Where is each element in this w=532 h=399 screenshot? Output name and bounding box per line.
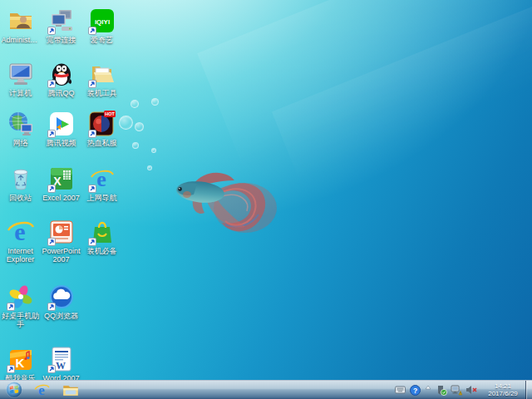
- light-ray: [197, 0, 532, 169]
- desktop-icon-broadband[interactable]: 宽带连接: [41, 7, 81, 60]
- shortcut-arrow-icon: [88, 27, 96, 35]
- desktop-icons-grid: Administrator 宽带连接: [0, 7, 122, 398]
- help-icon: ?: [410, 385, 421, 396]
- shortcut-arrow-icon: [88, 80, 96, 88]
- svg-text:K: K: [15, 356, 24, 370]
- icon-label: Excel 2007: [42, 194, 80, 202]
- clock-time: 14:21: [483, 382, 523, 390]
- desktop-icon-qq-browser[interactable]: QQ浏览器: [41, 283, 81, 345]
- desktop-icon-install-tools[interactable]: 装机工具: [81, 60, 122, 110]
- shortcut-arrow-icon: [7, 303, 15, 311]
- qq-penguin-icon: [47, 60, 76, 88]
- svg-text:iQIYI: iQIYI: [94, 18, 109, 26]
- chevron-up-icon: [425, 385, 431, 390]
- tray-input-indicator[interactable]: [394, 384, 406, 396]
- kuwo-music-icon: K: [7, 345, 35, 373]
- icon-label: 上网导航: [87, 194, 117, 202]
- tray-help[interactable]: ?: [409, 384, 421, 396]
- icon-label: 装机工具: [87, 89, 117, 97]
- windows-logo-icon: [6, 382, 22, 398]
- tray-show-hidden[interactable]: [424, 382, 432, 393]
- light-ray: [272, 0, 532, 181]
- browser-e-icon: e: [88, 165, 116, 193]
- iqiyi-icon: iQIYI: [88, 7, 116, 35]
- keyboard-icon: [395, 386, 406, 394]
- shortcut-arrow-icon: [47, 80, 56, 88]
- recycle-bin-icon: [7, 165, 35, 193]
- network-warning-icon: [451, 385, 462, 396]
- desktop-icon-iqiyi[interactable]: iQIYI 爱奇艺: [81, 7, 122, 60]
- desktop-icon-tencent-video[interactable]: 腾讯视频: [41, 110, 81, 165]
- desktop-icon-powerpoint[interactable]: PowerPoint 2007: [41, 218, 81, 283]
- icon-label: 计算机: [9, 89, 32, 97]
- bubble: [151, 98, 159, 106]
- bubble: [135, 122, 144, 131]
- shortcut-arrow-icon: [47, 303, 56, 311]
- open-folder-icon: [88, 60, 116, 88]
- desktop-icon-internet-explorer[interactable]: e Internet Explorer: [0, 218, 41, 283]
- icon-label: 宽带连接: [47, 36, 76, 44]
- tencent-video-icon: [47, 110, 76, 138]
- volume-muted-icon: [466, 385, 477, 395]
- show-desktop-button[interactable]: [525, 381, 532, 399]
- desktop-icon-network[interactable]: 网络: [0, 110, 41, 165]
- security-check-icon: [436, 385, 447, 396]
- desktop-icon-administrator[interactable]: Administrator: [0, 7, 41, 60]
- desktop-icon-computer[interactable]: 计算机: [0, 60, 41, 110]
- icon-label: 装机必备: [87, 247, 117, 255]
- tray-security[interactable]: [436, 384, 447, 396]
- shortcut-arrow-icon: [47, 27, 56, 35]
- icon-label: QQ浏览器: [44, 312, 78, 320]
- desktop-icon-recycle-bin[interactable]: 回收站: [0, 165, 41, 218]
- folder-icon: [62, 383, 79, 397]
- icon-label: 热血私服: [87, 139, 117, 147]
- shortcut-arrow-icon: [88, 238, 96, 246]
- internet-explorer-icon: e: [34, 382, 50, 398]
- computer-monitor-icon: [7, 60, 35, 88]
- word-icon: W: [47, 345, 76, 373]
- desktop-wallpaper: Administrator 宽带连接: [0, 0, 532, 399]
- shortcut-arrow-icon: [47, 185, 56, 193]
- taskbar-explorer-button[interactable]: [60, 382, 81, 399]
- bubble: [151, 148, 156, 153]
- icon-label: 回收站: [9, 194, 32, 202]
- icon-label: Internet Explorer: [0, 247, 41, 264]
- desktop-icon-web-nav[interactable]: e 上网导航: [81, 165, 122, 218]
- bubble: [132, 142, 139, 149]
- qq-browser-icon: [47, 283, 76, 311]
- betta-fish-image: [169, 158, 281, 245]
- system-tray: ?: [392, 381, 532, 399]
- pinwheel-icon: [7, 283, 35, 311]
- bubble: [147, 165, 152, 170]
- tray-clock[interactable]: 14:21 2017/6/29: [483, 382, 523, 397]
- shortcut-arrow-icon: [7, 365, 15, 373]
- start-button[interactable]: [5, 381, 23, 399]
- network-computers-icon: [47, 7, 76, 35]
- shortcut-arrow-icon: [47, 365, 56, 373]
- desktop-icon-game[interactable]: HOT 热血私服: [81, 110, 122, 165]
- tray-network[interactable]: [451, 384, 462, 396]
- svg-text:W: W: [56, 360, 66, 372]
- shopping-bag-icon: [88, 218, 116, 246]
- user-folder-icon: [7, 7, 35, 35]
- icon-label: 网络: [13, 139, 28, 147]
- desktop-icon-excel[interactable]: X Excel 2007: [41, 165, 81, 218]
- taskbar: e ?: [0, 380, 532, 399]
- powerpoint-icon: [47, 218, 76, 246]
- icon-label: 腾讯视频: [47, 139, 76, 147]
- tray-volume[interactable]: [466, 384, 477, 396]
- taskbar-ie-button[interactable]: e: [31, 382, 52, 399]
- game-hot-icon: HOT: [88, 110, 116, 138]
- globe-network-icon: [7, 110, 35, 138]
- desktop-icon-essentials[interactable]: 装机必备: [81, 218, 122, 283]
- desktop-icon-phone-assistant[interactable]: 好桌手机助手: [0, 283, 41, 345]
- svg-text:HOT: HOT: [105, 111, 115, 116]
- bubble: [131, 100, 139, 108]
- icon-label: Administrator: [2, 36, 40, 44]
- desktop-icon-qq[interactable]: 腾讯QQ: [41, 60, 81, 110]
- icon-label: 腾讯QQ: [47, 89, 74, 97]
- clock-date: 2017/6/29: [483, 390, 523, 397]
- excel-icon: X: [47, 165, 76, 193]
- icon-label: PowerPoint 2007: [41, 247, 81, 264]
- internet-explorer-icon: e: [7, 218, 35, 246]
